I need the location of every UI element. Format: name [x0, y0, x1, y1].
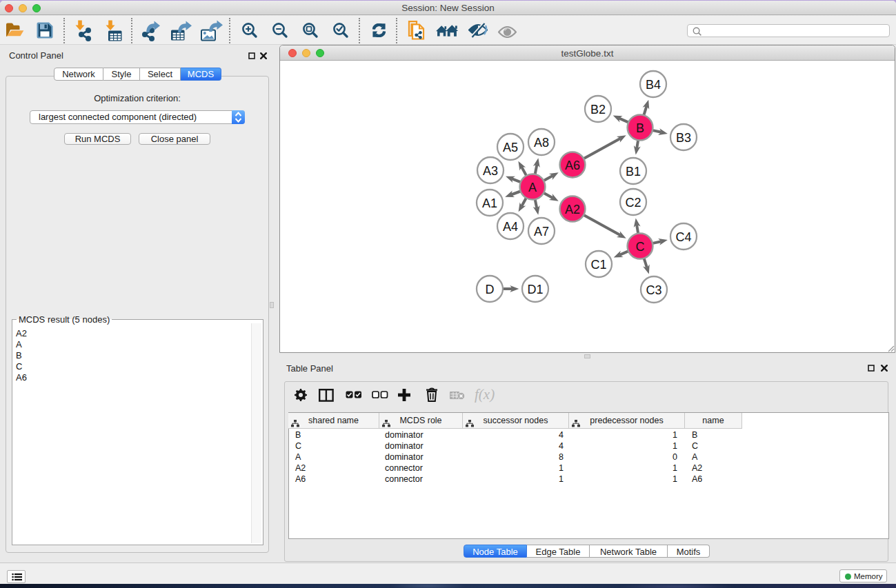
svg-text:D: D — [486, 283, 495, 296]
svg-text:B4: B4 — [646, 78, 661, 92]
svg-text:C2: C2 — [625, 196, 641, 210]
svg-text:A3: A3 — [483, 164, 498, 178]
svg-text:A: A — [528, 181, 537, 194]
svg-text:B: B — [636, 121, 644, 135]
svg-text:D1: D1 — [527, 283, 543, 296]
svg-text:C: C — [636, 240, 645, 254]
svg-text:C3: C3 — [646, 283, 661, 297]
svg-text:A6: A6 — [565, 159, 580, 172]
svg-text:A4: A4 — [503, 220, 518, 234]
svg-text:C1: C1 — [590, 258, 606, 272]
svg-text:A2: A2 — [565, 203, 580, 216]
svg-text:B3: B3 — [676, 131, 691, 145]
svg-text:C4: C4 — [675, 230, 691, 244]
svg-text:A5: A5 — [503, 141, 518, 154]
svg-text:A8: A8 — [534, 136, 549, 150]
svg-text:A1: A1 — [482, 196, 497, 210]
svg-text:B2: B2 — [590, 103, 606, 116]
svg-text:B1: B1 — [626, 165, 641, 179]
svg-text:A7: A7 — [534, 225, 549, 239]
